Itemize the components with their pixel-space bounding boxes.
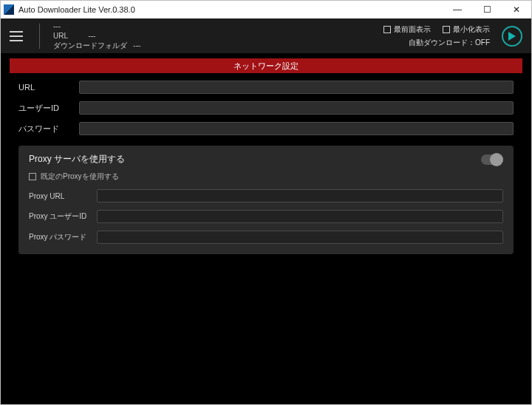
topmost-checkbox[interactable]: 最前面表示 xyxy=(383,24,431,35)
header-info: --- URL --- ダウンロードフォルダ --- xyxy=(53,21,140,50)
default-proxy-checkbox[interactable]: 既定のProxyを使用する xyxy=(29,171,503,182)
user-id-input[interactable] xyxy=(79,101,514,115)
window-title: Auto Downloader Lite Ver.0.38.0 xyxy=(18,5,135,14)
url-input[interactable] xyxy=(79,81,514,94)
minimize-button[interactable]: ― xyxy=(443,1,472,18)
header-options: 最前面表示 最小化表示 自動ダウンロード：OFF xyxy=(383,24,490,48)
network-form: URL ユーザーID パスワード Proxy サーバを使用する 既定のProxy… xyxy=(1,81,531,307)
play-button[interactable] xyxy=(502,26,522,47)
header-separator xyxy=(39,24,40,49)
header-url-label: URL xyxy=(53,32,68,40)
url-label: URL xyxy=(18,83,79,92)
banner-title: ネットワーク設定 xyxy=(233,61,299,72)
window-controls: ― ☐ ✕ xyxy=(443,1,531,18)
close-button[interactable]: ✕ xyxy=(502,1,531,18)
proxy-panel: Proxy サーバを使用する 既定のProxyを使用する Proxy URL P… xyxy=(18,146,514,254)
proxy-toggle[interactable] xyxy=(481,154,503,165)
minimize-display-checkbox[interactable]: 最小化表示 xyxy=(443,24,490,35)
app-icon xyxy=(4,4,14,15)
section-banner: ネットワーク設定 xyxy=(10,58,522,73)
proxy-password-label: Proxy パスワード xyxy=(29,232,97,242)
header-info-title: --- xyxy=(53,21,140,31)
auto-download-label: 自動ダウンロード： xyxy=(409,38,475,47)
hamburger-icon[interactable] xyxy=(10,28,26,44)
topmost-label: 最前面表示 xyxy=(394,24,431,35)
titlebar: Auto Downloader Lite Ver.0.38.0 ― ☐ ✕ xyxy=(1,1,531,18)
proxy-url-label: Proxy URL xyxy=(29,192,97,200)
proxy-panel-title: Proxy サーバを使用する xyxy=(29,153,125,166)
password-label: パスワード xyxy=(18,123,79,135)
proxy-user-id-label: Proxy ユーザーID xyxy=(29,211,97,222)
minimize-display-label: 最小化表示 xyxy=(453,24,490,35)
header-url-value: --- xyxy=(88,32,95,40)
maximize-button[interactable]: ☐ xyxy=(472,1,502,18)
proxy-user-id-input[interactable] xyxy=(97,210,503,223)
auto-download-value: OFF xyxy=(475,38,490,47)
proxy-url-input[interactable] xyxy=(97,189,503,202)
window: Auto Downloader Lite Ver.0.38.0 ― ☐ ✕ --… xyxy=(0,0,532,405)
default-proxy-label: 既定のProxyを使用する xyxy=(41,171,119,182)
proxy-password-input[interactable] xyxy=(97,231,503,244)
password-input[interactable] xyxy=(79,122,514,135)
user-id-label: ユーザーID xyxy=(18,103,79,114)
svg-marker-0 xyxy=(508,32,516,41)
header-folder-value: --- xyxy=(133,41,140,50)
auto-download-status: 自動ダウンロード：OFF xyxy=(409,38,490,48)
app-header: --- URL --- ダウンロードフォルダ --- 最前面表示 xyxy=(1,18,531,54)
header-folder-label: ダウンロードフォルダ xyxy=(53,41,127,50)
